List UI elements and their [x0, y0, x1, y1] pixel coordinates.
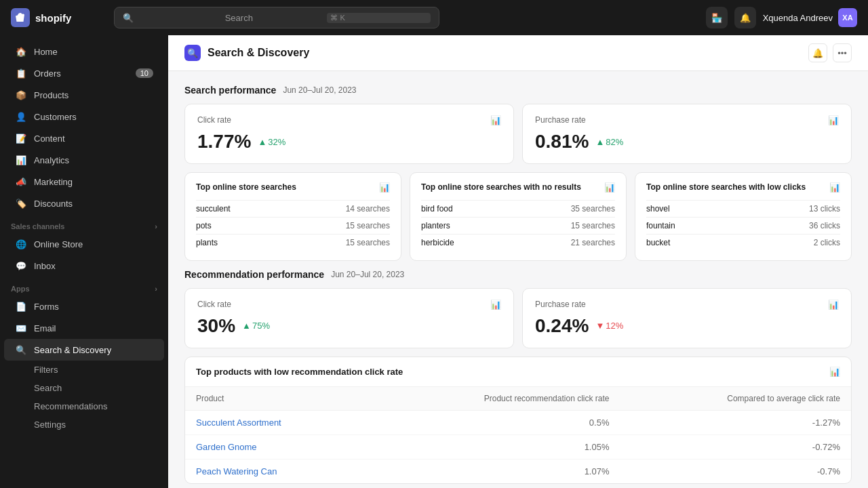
search-placeholder: Search: [225, 13, 322, 23]
sidebar-sub-label-search: Search: [34, 383, 62, 393]
user-avatar: XA: [838, 8, 857, 27]
shopify-logo[interactable]: shopify: [11, 8, 106, 27]
low-rec-click-chart-icon[interactable]: 📊: [829, 367, 840, 377]
sidebar-label-products: Products: [34, 90, 68, 100]
no-results-chart-icon[interactable]: 📊: [604, 182, 615, 192]
marketing-icon: 📣: [15, 176, 27, 188]
page-header-left: 🔍 Search & Discovery: [184, 45, 309, 61]
home-icon: 🏠: [15, 45, 27, 58]
sidebar-item-home[interactable]: 🏠 Home: [4, 41, 164, 62]
apps-chevron-icon[interactable]: ›: [155, 285, 157, 293]
col-product: Product: [185, 387, 368, 411]
product-link-2[interactable]: Garden Gnome: [196, 442, 257, 452]
sidebar-item-customers[interactable]: 👤 Customers: [4, 106, 164, 127]
rec-purchase-rate-chart-icon[interactable]: 📊: [828, 300, 839, 310]
top-search-term-1: succulent: [196, 204, 231, 214]
page-header-right: 🔔 •••: [808, 43, 852, 62]
low-clicks-row: fountain 36 clicks: [646, 217, 840, 234]
page-header: 🔍 Search & Discovery 🔔 •••: [168, 35, 868, 71]
rec-performance-date-range: Jun 20–Jul 20, 2023: [331, 270, 404, 279]
no-results-row: bird food 35 searches: [421, 200, 615, 217]
sidebar-item-analytics[interactable]: 📊 Analytics: [4, 149, 164, 171]
low-rec-click-table-header: Top products with low recommendation cli…: [185, 357, 851, 387]
sidebar-label-discounts: Discounts: [34, 199, 73, 209]
sales-channels-chevron-icon[interactable]: ›: [155, 222, 157, 230]
sidebar-label-customers: Customers: [34, 112, 77, 122]
content-inner: Search performance Jun 20–Jul 20, 2023 C…: [168, 71, 868, 488]
low-clicks-title: Top online store searches with low click…: [646, 182, 806, 193]
low-rec-click-table: Product Product recommendation click rat…: [185, 387, 851, 483]
global-search[interactable]: 🔍 Search ⌘ K: [114, 7, 439, 28]
sidebar-label-analytics: Analytics: [34, 155, 69, 165]
forms-icon: 📄: [15, 300, 27, 312]
click-rate-value: 1.77% ▲ 32%: [197, 131, 501, 152]
bell-icon-btn[interactable]: 🔔: [734, 7, 756, 28]
topbar-right: 🏪 🔔 Xquenda Andreev XA: [706, 7, 857, 28]
page-title: Search & Discovery: [208, 47, 309, 59]
sidebar-item-discounts[interactable]: 🏷️ Discounts: [4, 192, 164, 214]
table-row: Garden Gnome 1.05% -0.72%: [185, 434, 851, 459]
orders-badge: 10: [136, 68, 153, 78]
sidebar-item-online-store[interactable]: 🌐 Online Store: [4, 233, 164, 255]
no-results-row: planters 15 searches: [421, 217, 615, 234]
sidebar-label-marketing: Marketing: [34, 177, 73, 187]
rec-rate-2: 1.05%: [368, 434, 620, 459]
user-menu[interactable]: Xquenda Andreev XA: [763, 8, 857, 27]
content-icon: 📝: [15, 132, 27, 144]
top-search-row: plants 15 searches: [196, 234, 390, 251]
discounts-icon: 🏷️: [15, 197, 27, 209]
top-search-term-3: plants: [196, 238, 218, 247]
low-rec-click-table-title: Top products with low recommendation cli…: [196, 367, 403, 377]
purchase-rate-change: ▲ 82%: [595, 137, 623, 147]
search-discovery-icon: 🔍: [15, 344, 27, 356]
more-options-icon[interactable]: •••: [833, 43, 852, 62]
low-clicks-chart-icon[interactable]: 📊: [829, 182, 840, 192]
rec-purchase-rate-card: Purchase rate 📊 0.24% ▼ 12%: [522, 288, 852, 348]
purchase-rate-value: 0.81% ▲ 82%: [535, 131, 839, 152]
analytics-icon: 📊: [15, 154, 27, 166]
sidebar-item-products[interactable]: 📦 Products: [4, 84, 164, 106]
compared-2: -0.72%: [620, 434, 852, 459]
low-clicks-row: shovel 13 clicks: [646, 200, 840, 217]
orders-icon: 📋: [15, 67, 27, 79]
col-rec-rate: Product recommendation click rate: [368, 387, 620, 411]
col-compared: Compared to average click rate: [620, 387, 852, 411]
sidebar-item-marketing[interactable]: 📣 Marketing: [4, 171, 164, 192]
top-searches-chart-icon[interactable]: 📊: [379, 182, 390, 192]
no-results-header: Top online store searches with no result…: [421, 182, 615, 193]
search-icon: 🔍: [123, 13, 220, 23]
store-icon-btn[interactable]: 🏪: [706, 7, 728, 28]
sidebar-item-email[interactable]: ✉️ Email: [4, 317, 164, 339]
search-performance-section-title: Search performance Jun 20–Jul 20, 2023: [184, 85, 852, 96]
low-rec-click-table-card: Top products with low recommendation cli…: [184, 357, 852, 484]
product-link-3[interactable]: Peach Watering Can: [196, 466, 277, 476]
rec-click-rate-chart-icon[interactable]: 📊: [490, 300, 501, 310]
sidebar-item-search-discovery[interactable]: 🔍 Search & Discovery: [4, 339, 164, 361]
rec-metric-row: Click rate 📊 30% ▲ 75% Purchase rate: [184, 288, 852, 348]
rec-performance-section-title: Recommendation performance Jun 20–Jul 20…: [184, 269, 852, 280]
search-shortcut: ⌘ K: [327, 13, 431, 23]
sidebar-sub-settings[interactable]: Settings: [4, 415, 164, 434]
bell-header-icon[interactable]: 🔔: [808, 43, 827, 62]
sidebar-item-content[interactable]: 📝 Content: [4, 127, 164, 149]
sidebar-label-email: Email: [34, 323, 56, 333]
top-search-count-2: 15 searches: [346, 221, 390, 230]
click-rate-header: Click rate 📊: [197, 115, 501, 125]
product-link-1[interactable]: Succulent Assortment: [196, 418, 281, 428]
click-rate-chart-icon[interactable]: 📊: [490, 115, 501, 125]
sidebar: 🏠 Home 📋 Orders 10 📦 Products 👤 Customer…: [0, 35, 168, 488]
content-area: 🔍 Search & Discovery 🔔 ••• Search perfor…: [168, 35, 868, 488]
sidebar-sub-filters[interactable]: Filters: [4, 361, 164, 379]
sidebar-sub-search[interactable]: Search: [4, 379, 164, 397]
sidebar-item-inbox[interactable]: 💬 Inbox: [4, 255, 164, 277]
rec-click-rate-change: ▲ 75%: [242, 321, 270, 331]
low-clicks-header: Top online store searches with low click…: [646, 182, 840, 193]
sidebar-item-forms[interactable]: 📄 Forms: [4, 296, 164, 317]
sidebar-label-orders: Orders: [34, 68, 61, 79]
sidebar-sub-recommendations[interactable]: Recommendations: [4, 397, 164, 415]
purchase-rate-chart-icon[interactable]: 📊: [828, 115, 839, 125]
sidebar-item-orders[interactable]: 📋 Orders 10: [4, 62, 164, 84]
rec-purchase-rate-header: Purchase rate 📊: [535, 300, 839, 310]
products-icon: 📦: [15, 89, 27, 101]
sidebar-sub-label-settings: Settings: [34, 420, 66, 430]
